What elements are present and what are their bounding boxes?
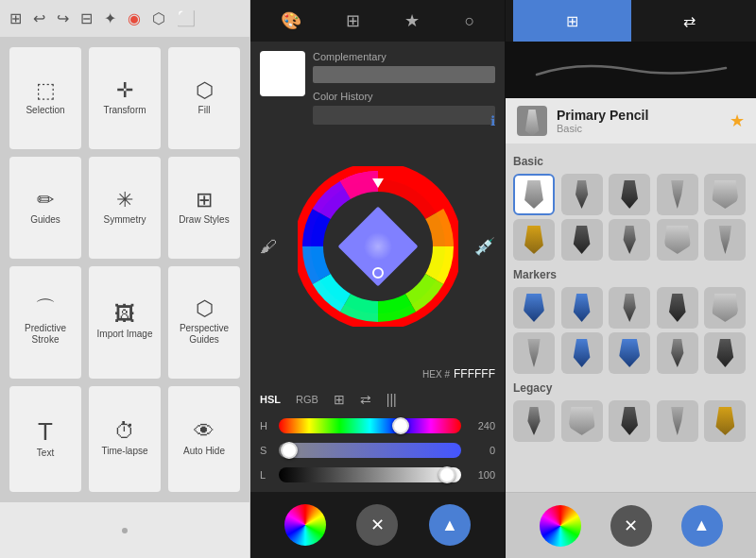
- tool-predictive-stroke[interactable]: ⌒ PredictiveStroke: [9, 266, 81, 380]
- timelapse-icon: ⏱: [114, 421, 135, 442]
- tab-favorites[interactable]: ★: [404, 10, 420, 31]
- brush-dropper-icon[interactable]: 🖌: [260, 236, 277, 256]
- brush-item-basic-2[interactable]: [609, 174, 650, 215]
- grid-icon[interactable]: ⊞: [9, 9, 22, 27]
- perspective-guides-label: PerspectiveGuides: [180, 323, 229, 346]
- right-close-button[interactable]: ✕: [610, 505, 652, 547]
- guides-label: Guides: [30, 214, 60, 226]
- brush-item-legacy-1[interactable]: [561, 400, 603, 442]
- close-button[interactable]: ✕: [356, 504, 398, 546]
- blue-shape-2: [572, 339, 593, 367]
- tab-palette[interactable]: ⊞: [346, 10, 360, 31]
- dark-shape-2: [572, 226, 593, 254]
- text-icon: T: [38, 419, 53, 444]
- tool-text[interactable]: T Text: [9, 386, 81, 492]
- redo-icon[interactable]: ↪: [57, 9, 69, 27]
- color-wheel-button[interactable]: [284, 504, 326, 546]
- right-confirm-button[interactable]: ▲: [681, 505, 723, 547]
- brush-item-basic-0[interactable]: [513, 174, 555, 215]
- brush-library: Basic: [506, 144, 756, 492]
- section-legacy-label: Legacy: [513, 381, 748, 395]
- mode-swap-icon[interactable]: ⇄: [360, 392, 371, 407]
- tool-transform[interactable]: ✛ Transform: [89, 47, 161, 149]
- saturation-slider[interactable]: [279, 443, 461, 458]
- tab-color[interactable]: 🎨: [281, 10, 301, 31]
- hue-slider[interactable]: [279, 418, 461, 433]
- tab-brushes[interactable]: ⊞: [513, 0, 631, 42]
- brush-item-basic-6[interactable]: [561, 219, 603, 261]
- lightness-value: 100: [469, 469, 495, 481]
- brush-item-legacy-2[interactable]: [609, 400, 650, 442]
- mid-toolbar: 🎨 ⊞ ★ ○: [250, 0, 505, 42]
- brush-name: Primary Pencil: [557, 108, 720, 123]
- brush-item-marker-6[interactable]: [561, 332, 603, 374]
- brush-item-marker-4[interactable]: [704, 287, 746, 329]
- mode-rgb[interactable]: RGB: [296, 394, 318, 405]
- tool-auto-hide[interactable]: 👁 Auto Hide: [168, 386, 240, 492]
- brush-item-marker-2[interactable]: [609, 287, 650, 329]
- color-preview-row: Complementary Color History: [260, 51, 495, 125]
- tool-timelapse[interactable]: ⏱ Time-lapse: [89, 386, 161, 492]
- right-color-button[interactable]: [540, 505, 581, 547]
- favorite-star-icon[interactable]: ★: [730, 110, 745, 131]
- mode-bars-icon[interactable]: |||: [387, 392, 397, 407]
- brush-item-basic-7[interactable]: [609, 219, 650, 261]
- brush-item-marker-7[interactable]: [609, 332, 650, 374]
- tool-selection[interactable]: ⬚ Selection: [9, 47, 81, 149]
- tool-guides[interactable]: ✏ Guides: [9, 157, 81, 259]
- color-wheel[interactable]: [298, 166, 458, 327]
- brush-shape-preview: [524, 110, 541, 136]
- left-bottom-bar: [0, 501, 249, 558]
- color-wheel-icon[interactable]: ◉: [128, 9, 141, 27]
- brush-item-marker-9[interactable]: [704, 332, 746, 374]
- page-indicator: [122, 528, 128, 533]
- ink-shape-2: [619, 226, 640, 254]
- tool-perspective-guides[interactable]: ⬡ PerspectiveGuides: [168, 266, 240, 380]
- tool-fill[interactable]: ⬡ Fill: [168, 47, 240, 149]
- brush-item-legacy-0[interactable]: [513, 400, 555, 442]
- undo-icon[interactable]: ↩: [33, 9, 45, 27]
- color-mode-tabs: HSL RGB ⊞ ⇄ |||: [260, 388, 495, 411]
- brush-item-marker-5[interactable]: [513, 332, 555, 374]
- nib-shape-l: [667, 407, 688, 435]
- tab-brush-settings[interactable]: ⇄: [631, 0, 749, 42]
- brush-item-marker-8[interactable]: [657, 332, 698, 374]
- color-history-label: Color History: [313, 91, 495, 102]
- hex-value[interactable]: FFFFFF: [454, 367, 495, 380]
- info-icon[interactable]: ℹ: [490, 113, 495, 128]
- color-preview-swatch[interactable]: [260, 51, 305, 96]
- crop-icon[interactable]: ⬜: [177, 9, 196, 27]
- ink-shape-l: [524, 407, 544, 435]
- tool-draw-styles[interactable]: ⊞ Draw Styles: [168, 157, 240, 259]
- eyedropper-icon[interactable]: 💉: [474, 236, 495, 257]
- brush-item-basic-1[interactable]: [561, 174, 603, 215]
- layers-icon[interactable]: ⊟: [80, 9, 93, 27]
- tool-import-image[interactable]: 🖼 Import Image: [89, 266, 161, 380]
- saturation-thumb[interactable]: [281, 442, 298, 459]
- brush-item-marker-1[interactable]: [561, 287, 603, 329]
- pen-icon[interactable]: ✦: [104, 9, 116, 27]
- brush-item-basic-5[interactable]: [513, 219, 555, 261]
- brush-item-basic-8[interactable]: [657, 219, 698, 261]
- brush-item-legacy-4[interactable]: [704, 400, 746, 442]
- brush-item-legacy-3[interactable]: [657, 400, 698, 442]
- color-labels: Complementary Color History: [313, 51, 495, 125]
- layers-stack-icon[interactable]: ⬡: [152, 9, 165, 27]
- hue-thumb[interactable]: [392, 417, 409, 434]
- lightness-slider[interactable]: [279, 467, 461, 482]
- mode-hsl[interactable]: HSL: [260, 394, 281, 405]
- brush-item-basic-3[interactable]: [657, 174, 698, 215]
- ink-shape-m: [619, 294, 640, 322]
- brush-stroke-preview: [527, 51, 735, 89]
- brush-item-marker-3[interactable]: [657, 287, 698, 329]
- saturation-slider-row: S 0: [260, 443, 495, 458]
- mode-grid-icon[interactable]: ⊞: [334, 392, 345, 407]
- confirm-button[interactable]: ▲: [429, 504, 471, 546]
- tool-symmetry[interactable]: ✳ Symmetry: [89, 157, 161, 259]
- brush-item-basic-4[interactable]: [704, 174, 746, 215]
- lightness-thumb[interactable]: [438, 466, 455, 483]
- tab-history[interactable]: ○: [464, 11, 474, 31]
- brush-item-marker-0[interactable]: [513, 287, 555, 329]
- wide-shape-m: [712, 294, 738, 322]
- brush-item-basic-9[interactable]: [704, 219, 746, 261]
